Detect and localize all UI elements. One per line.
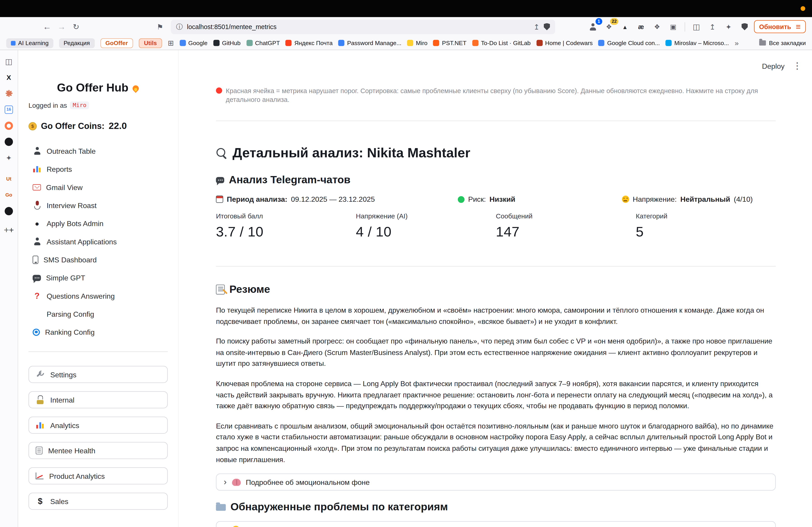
tab-calendar[interactable]: 16: [0, 102, 18, 118]
sidebar-item-assistant-applications[interactable]: Assistant Applications: [28, 232, 168, 251]
fire-icon: [132, 84, 140, 92]
section-telegram-text: Анализ Telegram-чатов: [229, 174, 350, 186]
url-text[interactable]: localhost:8501/mentee_metrics: [187, 23, 530, 30]
product-analytics-button[interactable]: Product Analytics: [28, 467, 168, 484]
workspace-pill-utils[interactable]: Utils: [139, 38, 162, 48]
bookmark-tag-button[interactable]: [154, 20, 167, 33]
favicon: [246, 40, 252, 46]
bookmark-item[interactable]: GitHub: [213, 40, 241, 46]
expander-problem-tools[interactable]: Инструменты и технологии — макс. напряже…: [216, 521, 776, 527]
workspace-ut[interactable]: Ut: [0, 171, 18, 187]
sidebar-item-reports[interactable]: Reports: [28, 160, 168, 178]
bookmark-item[interactable]: Google Cloud con...: [598, 40, 660, 46]
metric-messages: Сообщений 147: [496, 212, 636, 240]
sidebar-item-parsing-config[interactable]: Parsing Config: [28, 305, 168, 323]
bookmark-item[interactable]: Miroslav – Microso...: [666, 40, 729, 46]
bookmark-item[interactable]: Miro: [407, 40, 427, 46]
screenshot-button[interactable]: [666, 20, 680, 33]
sales-button[interactable]: Sales: [28, 493, 168, 510]
neutral-face-icon: [622, 196, 629, 203]
metric-tension: Напряжение (AI) 4 / 10: [356, 212, 496, 240]
tab-orange-ring[interactable]: [0, 118, 18, 133]
memo-icon: [216, 284, 224, 295]
send-tab-button[interactable]: [706, 20, 719, 33]
extension-notifications-button[interactable]: 22: [602, 20, 616, 33]
metric-label: Итоговый балл: [216, 212, 356, 220]
sidebar-item-sms-dashboard[interactable]: SMS Dashboard: [28, 251, 168, 269]
sidebar-item-outreach-table[interactable]: Outreach Table: [28, 142, 168, 160]
triangle-extension-button[interactable]: [618, 20, 632, 33]
overflow-menu-button[interactable]: [793, 61, 802, 72]
sidebar-item-gmail-view[interactable]: Gmail View: [28, 178, 168, 196]
tab-sparkle[interactable]: [0, 150, 18, 166]
sidebar-item-apply-bots-admin[interactable]: Apply Bots Admin: [28, 214, 168, 232]
ae-icon: [638, 23, 644, 30]
info-risk-label: Риск:: [468, 195, 485, 204]
bookmark-item[interactable]: Password Manage...: [338, 40, 402, 46]
tab-claude[interactable]: [0, 86, 18, 102]
tab-dark-1[interactable]: [0, 133, 18, 149]
workspace-label: Редакция: [63, 40, 90, 46]
nav-label: Outreach Table: [47, 147, 96, 155]
back-button[interactable]: [40, 20, 54, 33]
extensions-menu-button[interactable]: [650, 20, 664, 33]
spark-button[interactable]: [722, 20, 735, 33]
tab-dark-2[interactable]: [0, 203, 18, 219]
workspaces-grid-button[interactable]: [168, 39, 174, 47]
workspace-go[interactable]: Go: [0, 187, 18, 203]
address-bar[interactable]: localhost:8501/mentee_metrics: [171, 19, 555, 34]
sidebar-item-simple-gpt[interactable]: Simple GPT: [28, 269, 168, 287]
summary-paragraph: По текущей переписке Никита в целом в хо…: [216, 305, 776, 327]
metric-categories: Категорий 5: [636, 212, 776, 240]
workspace-label: AI Learning: [18, 40, 48, 46]
spark-icon: [726, 22, 732, 31]
bookmark-item[interactable]: Google: [179, 40, 207, 46]
new-tab-button[interactable]: +: [0, 222, 18, 238]
reload-button[interactable]: [70, 20, 83, 33]
info-period-value: 09.12.2025 — 23.12.2025: [291, 195, 375, 204]
protection-button[interactable]: [738, 20, 751, 33]
toolbar-separator: [684, 22, 685, 31]
bookmark-item[interactable]: PST.NET: [433, 40, 467, 46]
sidebar-item-questions-answering[interactable]: Questions Answering: [28, 287, 168, 305]
sidebar-item-ranking-config[interactable]: Ranking Config: [28, 323, 168, 341]
internal-button[interactable]: Internal: [28, 391, 168, 408]
workspace-pill-ai-learning[interactable]: AI Learning: [6, 38, 54, 48]
mentee-health-button[interactable]: Mentee Health: [28, 442, 168, 459]
expander-emotional[interactable]: Подробнее об эмоциональном фоне: [216, 473, 776, 491]
deploy-button[interactable]: Deploy: [762, 62, 784, 70]
sidebar-panel-button[interactable]: [0, 53, 18, 69]
nav-label: Ranking Config: [45, 328, 95, 336]
bookmark-item[interactable]: Яндекс Почта: [286, 40, 332, 46]
info-tension: Напряжение: Нейтральный (4/10): [622, 195, 753, 204]
update-browser-button[interactable]: Обновить: [754, 20, 806, 33]
workspace-pill-redakcia[interactable]: Редакция: [59, 38, 95, 48]
sidebar-item-interview-roast[interactable]: Interview Roast: [28, 196, 168, 214]
window-titlebar: [0, 0, 812, 17]
site-info-icon[interactable]: [176, 22, 183, 31]
settings-button[interactable]: Settings: [28, 366, 168, 383]
workspace-short-label: Ut: [6, 176, 12, 182]
bookmark-item[interactable]: Home | Codewars: [536, 40, 593, 46]
analytics-button[interactable]: Analytics: [28, 417, 168, 434]
tab-x[interactable]: X: [0, 70, 18, 86]
tracking-shield-icon[interactable]: [544, 23, 550, 30]
nav-label: Reports: [47, 165, 72, 173]
profile-button[interactable]: 1: [586, 20, 600, 33]
app-menu-icon[interactable]: [796, 22, 800, 31]
section-summary: Резюме: [216, 283, 776, 296]
metric-value: 5: [636, 224, 776, 240]
bookmark-item[interactable]: ChatGPT: [246, 40, 280, 46]
login-line: Logged in as Miro: [28, 102, 168, 109]
sidebar-toggle-button[interactable]: [690, 20, 703, 33]
bookmark-item[interactable]: To-Do List · GitLab: [472, 40, 531, 46]
share-icon[interactable]: [534, 22, 539, 31]
bookmarks-overflow-button[interactable]: [735, 39, 739, 47]
workspace-pill-gooffer[interactable]: GoOffer: [100, 38, 133, 48]
all-bookmarks-button[interactable]: Все закладки: [759, 40, 806, 46]
metric-value: 3.7 / 10: [216, 224, 356, 240]
forward-button[interactable]: [55, 20, 68, 33]
ae-extension-button[interactable]: [634, 20, 648, 33]
green-circle-icon: [458, 196, 465, 202]
favicon: [338, 40, 345, 46]
